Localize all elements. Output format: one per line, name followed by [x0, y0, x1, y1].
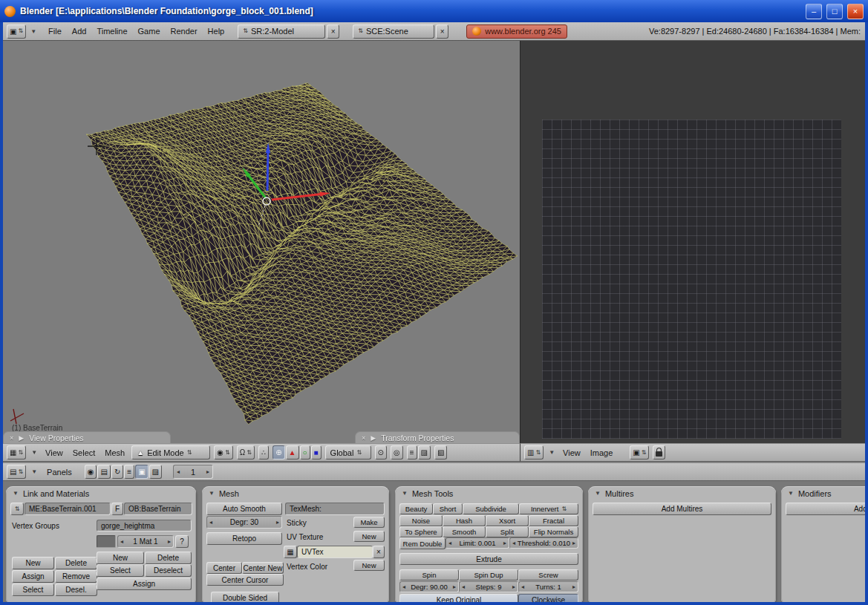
uvtex-delete-button[interactable]: × — [373, 546, 385, 558]
material-delete-button[interactable]: Delete — [145, 552, 192, 564]
screen-delete-button[interactable]: × — [327, 24, 339, 39]
blender-org-badge[interactable]: www.blender.org 245 — [466, 24, 567, 39]
close-button[interactable]: × — [847, 4, 864, 19]
header-collapse-icon[interactable]: ▼ — [30, 468, 39, 475]
increment-icon[interactable]: ▸ — [572, 540, 575, 546]
panel-collapse-icon[interactable]: ▼ — [402, 490, 408, 497]
panels-menu[interactable]: Panels — [42, 468, 76, 477]
editor-type-dropdown[interactable]: ▦ ⇅ — [7, 445, 26, 460]
minimize-button[interactable]: – — [806, 4, 822, 19]
panel-header[interactable]: ▼ Multires — [588, 486, 776, 500]
header-collapse-icon[interactable]: ▼ — [30, 449, 39, 456]
smooth-button[interactable]: Smooth — [443, 526, 486, 537]
material-help-button[interactable]: ? — [175, 535, 189, 548]
close-icon[interactable]: × — [10, 434, 13, 442]
transform-properties-tab[interactable]: × ▶ Transform Properties — [355, 431, 520, 443]
manipulator-rotate-button[interactable]: ○ — [300, 445, 310, 460]
autosmooth-degrees-field[interactable]: ◂ Degr: 30 ▸ — [206, 516, 282, 529]
center-new-button[interactable]: Center New — [242, 562, 284, 574]
image-browse-dropdown[interactable]: ▣ ⇅ — [630, 445, 649, 460]
occlude-toggle-button[interactable]: ◎ — [391, 445, 403, 460]
proportional-edit-button[interactable]: ∴ — [258, 445, 269, 460]
hash-button[interactable]: Hash — [443, 515, 486, 526]
texmesh-field[interactable]: TexMesh: — [285, 503, 385, 515]
vertex-color-new-button[interactable]: New — [353, 560, 385, 571]
increment-icon[interactable]: ▸ — [503, 540, 506, 546]
window-type-dropdown[interactable]: ▣ ⇅ — [7, 24, 26, 39]
header-collapse-icon[interactable]: ▼ — [547, 449, 556, 456]
frame-number-field[interactable]: ◂ 1 ▸ — [173, 465, 213, 479]
material-assign-button[interactable]: Assign — [97, 578, 192, 590]
noise-button[interactable]: Noise — [399, 515, 443, 526]
object-name-field[interactable]: OB:BaseTerrain — [124, 503, 192, 515]
material-select-button[interactable]: Select — [97, 564, 144, 577]
limit-field[interactable]: ◂ Limit: 0.001 ▸ — [446, 537, 509, 549]
uvtex-name-field[interactable]: UVTex — [297, 546, 373, 558]
add-modifier-button[interactable]: Add Modifier — [786, 503, 865, 515]
editor-type-dropdown[interactable]: ▤ ⇅ — [7, 465, 26, 479]
to-sphere-button[interactable]: To Sphere — [399, 526, 443, 537]
scene-context-button[interactable]: ▨ — [149, 465, 162, 479]
rem-double-button[interactable]: Rem Double — [399, 537, 446, 549]
close-icon[interactable]: × — [362, 434, 365, 442]
manipulator-scale-button[interactable]: ■ — [311, 445, 322, 460]
innervert-dropdown[interactable]: Innervert ⇅ — [519, 503, 578, 514]
menubar-collapse-icon[interactable]: ▼ — [29, 28, 38, 35]
vertex-select-button[interactable]: ≡ — [407, 445, 417, 460]
logic-context-button[interactable]: ◉ — [85, 465, 97, 479]
fake-user-button[interactable]: F — [111, 503, 123, 515]
increment-icon[interactable]: ▸ — [453, 583, 456, 590]
menu-view[interactable]: View — [560, 448, 584, 457]
decrement-icon[interactable]: ◂ — [402, 583, 405, 590]
uv-texture-new-button[interactable]: New — [353, 531, 385, 542]
decrement-icon[interactable]: ◂ — [209, 519, 212, 526]
panel-collapse-icon[interactable]: ▼ — [788, 490, 794, 497]
center-button[interactable]: Center — [206, 562, 242, 574]
increment-icon[interactable]: ▸ — [206, 468, 209, 475]
screw-button[interactable]: Screw — [518, 569, 578, 581]
editor-type-dropdown[interactable]: ▥ ⇅ — [524, 445, 544, 460]
image-lock-button[interactable] — [653, 445, 665, 460]
shading-context-button[interactable]: ↻ — [111, 465, 123, 479]
snap-toggle-button[interactable]: ⊙ — [375, 445, 387, 460]
menu-view[interactable]: View — [42, 448, 66, 457]
split-button[interactable]: Split — [486, 526, 529, 537]
spin-dup-button[interactable]: Spin Dup — [459, 569, 518, 581]
menu-image[interactable]: Image — [587, 448, 616, 457]
expand-icon[interactable]: ▶ — [19, 434, 24, 442]
material-new-button[interactable]: New — [97, 552, 144, 564]
spin-button[interactable]: Spin — [399, 569, 459, 581]
script-context-button[interactable]: ▤ — [97, 465, 110, 479]
short-toggle[interactable]: Short — [433, 503, 463, 514]
uv-grid[interactable] — [542, 120, 841, 439]
manipulator-combo-button[interactable]: ⊕ — [273, 445, 284, 460]
steps-field[interactable]: ◂ Steps: 9 ▸ — [459, 581, 518, 592]
menu-render[interactable]: Render — [166, 27, 202, 36]
increment-icon[interactable]: ▸ — [572, 583, 575, 590]
panel-header[interactable]: ▼ Modifiers — [781, 486, 865, 500]
maximize-button[interactable]: □ — [826, 4, 843, 19]
menu-mesh[interactable]: Mesh — [102, 448, 128, 457]
decrement-icon[interactable]: ◂ — [448, 540, 451, 546]
panel-collapse-icon[interactable]: ▼ — [209, 490, 215, 497]
menu-game[interactable]: Game — [134, 27, 165, 36]
manipulator-translate-button[interactable]: ▲ — [286, 445, 299, 460]
menu-select[interactable]: Select — [70, 448, 99, 457]
clockwise-toggle[interactable]: Clockwise — [518, 594, 578, 602]
increment-icon[interactable]: ▸ — [276, 519, 279, 526]
turns-field[interactable]: ◂ Turns: 1 ▸ — [518, 581, 578, 592]
double-sided-toggle[interactable]: Double Sided — [211, 592, 279, 602]
viewport-3d-canvas[interactable] — [3, 41, 520, 443]
vertex-group-name-field[interactable]: gorge_heightma — [97, 520, 192, 532]
spin-degrees-field[interactable]: ◂ Degr: 90.00 ▸ — [399, 581, 459, 592]
threshold-field[interactable]: ◂ Threshold: 0.010 ▸ — [509, 537, 578, 549]
retopo-button[interactable]: Retopo — [206, 532, 282, 545]
increment-icon[interactable]: ▸ — [512, 583, 515, 590]
panel-header[interactable]: ▼ Link and Materials — [6, 486, 196, 500]
decrement-icon[interactable]: ◂ — [120, 538, 123, 545]
fractal-button[interactable]: Fractal — [529, 515, 578, 526]
viewport-3d[interactable]: (1) BaseTerrain — [3, 41, 520, 443]
screen-selector-dropdown[interactable]: ⇅ SR:2-Model — [238, 24, 325, 39]
transform-orientation-dropdown[interactable]: Global ⇅ — [325, 445, 371, 460]
vgroup-remove-button[interactable]: Remove — [55, 570, 97, 583]
